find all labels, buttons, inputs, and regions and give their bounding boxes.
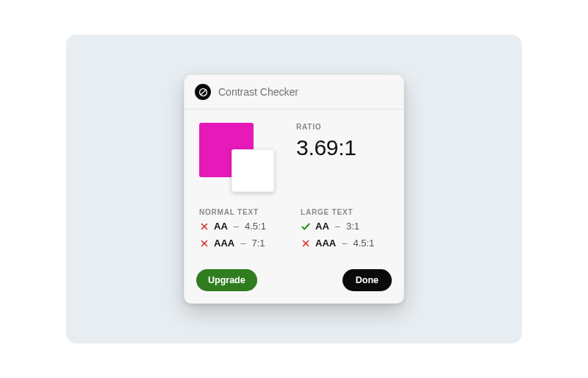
normal-text-column: NORMAL TEXT AA – 4.5:1 AAA – 7:1: [199, 208, 287, 254]
color-swatches: [199, 123, 282, 195]
ratio-block: RATIO 3.69:1: [296, 123, 389, 195]
threshold: 7:1: [251, 238, 265, 249]
ratio-label: RATIO: [296, 123, 389, 131]
swatch-front[interactable]: [232, 149, 274, 192]
large-aaa-row: AAA – 4.5:1: [301, 238, 389, 249]
svg-line-1: [201, 90, 206, 95]
panel-body: RATIO 3.69:1 NORMAL TEXT AA – 4.5:1: [184, 110, 404, 260]
top-row: RATIO 3.69:1: [199, 123, 389, 195]
threshold: 3:1: [346, 221, 359, 232]
level: AAA: [315, 238, 336, 249]
level: AAA: [214, 238, 234, 249]
level: AA: [315, 221, 329, 232]
dash: –: [234, 221, 239, 232]
threshold: 4.5:1: [245, 221, 266, 232]
panel-title: Contrast Checker: [218, 86, 298, 98]
normal-aaa-row: AAA – 7:1: [199, 238, 287, 249]
x-icon: [199, 238, 209, 249]
dash: –: [240, 238, 245, 249]
backdrop: Contrast Checker RATIO 3.69:1 NORMAL T: [66, 35, 522, 343]
done-button[interactable]: Done: [343, 269, 392, 291]
normal-aa-row: AA – 4.5:1: [199, 221, 287, 232]
large-aa-row: AA – 3:1: [301, 221, 389, 232]
panel-header: Contrast Checker: [184, 75, 404, 110]
threshold: 4.5:1: [353, 238, 374, 249]
requirements-columns: NORMAL TEXT AA – 4.5:1 AAA – 7:1: [199, 208, 389, 254]
level: AA: [214, 221, 228, 232]
app-logo-icon: [195, 84, 211, 100]
large-text-column: LARGE TEXT AA – 3:1 AAA – 4.5:1: [301, 208, 389, 254]
upgrade-button[interactable]: Upgrade: [196, 269, 257, 291]
ratio-value: 3.69:1: [296, 135, 389, 160]
x-icon: [301, 238, 311, 249]
check-icon: [301, 221, 311, 232]
panel-footer: Upgrade Done: [184, 260, 404, 303]
x-icon: [199, 221, 209, 232]
contrast-checker-panel: Contrast Checker RATIO 3.69:1 NORMAL T: [184, 74, 404, 304]
dash: –: [342, 238, 347, 249]
dash: –: [335, 221, 340, 232]
stage: Contrast Checker RATIO 3.69:1 NORMAL T: [0, 0, 588, 378]
large-text-label: LARGE TEXT: [301, 208, 389, 216]
normal-text-label: NORMAL TEXT: [199, 208, 287, 216]
